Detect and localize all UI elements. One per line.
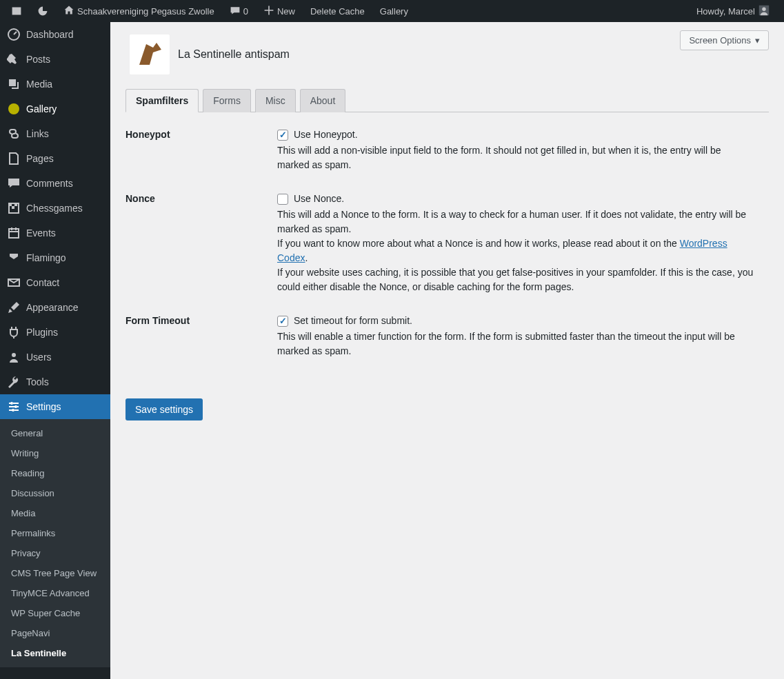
plus-icon bbox=[263, 5, 274, 18]
wrench-icon bbox=[7, 375, 21, 389]
svg-rect-5 bbox=[9, 203, 12, 206]
avatar-icon bbox=[758, 4, 770, 19]
home-icon bbox=[63, 5, 74, 18]
submenu-general[interactable]: General bbox=[0, 423, 110, 443]
calendar-icon bbox=[7, 226, 21, 240]
menu-events[interactable]: Events bbox=[0, 221, 110, 245]
menu-flamingo[interactable]: Flamingo bbox=[0, 245, 110, 270]
main-content: Screen Options ▾ La Sentinelle antispam … bbox=[110, 22, 784, 679]
menu-label: Users bbox=[26, 352, 52, 363]
comments-icon bbox=[230, 5, 241, 18]
svg-rect-8 bbox=[9, 229, 19, 238]
menu-label: Flamingo bbox=[26, 252, 66, 263]
svg-point-1 bbox=[762, 7, 765, 10]
submenu-wp-super-cache[interactable]: WP Super Cache bbox=[0, 603, 110, 623]
timeout-checkbox[interactable] bbox=[277, 316, 288, 327]
svg-point-11 bbox=[10, 402, 13, 405]
svg-rect-6 bbox=[14, 203, 17, 206]
media-icon bbox=[7, 77, 21, 91]
settings-submenu: General Writing Reading Discussion Media… bbox=[0, 419, 110, 667]
menu-media[interactable]: Media bbox=[0, 72, 110, 97]
honeypot-checkbox-label: Use Honeypot. bbox=[294, 128, 358, 142]
menu-label: Contact bbox=[26, 277, 59, 288]
comment-icon bbox=[7, 176, 21, 190]
submenu-la-sentinelle[interactable]: La Sentinelle bbox=[0, 643, 110, 663]
menu-label: Media bbox=[26, 79, 52, 90]
new-content[interactable]: New bbox=[258, 5, 301, 18]
gallery-link[interactable]: Gallery bbox=[374, 6, 414, 17]
chevron-down-icon: ▾ bbox=[755, 35, 760, 45]
menu-chessgames[interactable]: Chessgames bbox=[0, 196, 110, 221]
plugin-logo bbox=[130, 34, 170, 74]
admin-sidebar: Dashboard Posts Media Gallery Links Page… bbox=[0, 22, 110, 679]
option-timeout: Form Timeout Set timeout for form submit… bbox=[125, 314, 769, 358]
honeypot-description: This will add a non-visible input field … bbox=[277, 143, 755, 172]
honeypot-checkbox[interactable] bbox=[277, 130, 288, 141]
link-icon bbox=[7, 127, 21, 141]
option-nonce: Nonce Use Nonce. This will add a Nonce t… bbox=[125, 192, 769, 294]
tab-forms[interactable]: Forms bbox=[203, 89, 251, 112]
menu-posts[interactable]: Posts bbox=[0, 47, 110, 72]
menu-label: Plugins bbox=[26, 327, 58, 338]
submenu-pagenavi[interactable]: PageNavi bbox=[0, 623, 110, 643]
submenu-writing[interactable]: Writing bbox=[0, 443, 110, 463]
menu-appearance[interactable]: Appearance bbox=[0, 295, 110, 320]
svg-point-13 bbox=[12, 409, 14, 412]
flamingo-icon bbox=[7, 251, 21, 265]
stats-icon[interactable] bbox=[32, 6, 54, 17]
screen-options-wrap: Screen Options ▾ bbox=[680, 30, 769, 50]
pin-icon bbox=[7, 52, 21, 66]
submenu-permalinks[interactable]: Permalinks bbox=[0, 523, 110, 543]
submenu-privacy[interactable]: Privacy bbox=[0, 543, 110, 563]
nonce-checkbox-label: Use Nonce. bbox=[294, 192, 344, 206]
menu-comments[interactable]: Comments bbox=[0, 171, 110, 196]
save-button[interactable]: Save settings bbox=[125, 398, 203, 420]
tab-spamfilters[interactable]: Spamfilters bbox=[125, 89, 199, 112]
delete-cache[interactable]: Delete Cache bbox=[305, 6, 370, 17]
menu-label: Chessgames bbox=[26, 203, 83, 214]
menu-label: Gallery bbox=[26, 103, 57, 114]
submenu-tinymce[interactable]: TinyMCE Advanced bbox=[0, 583, 110, 603]
comments-bubble[interactable]: 0 bbox=[224, 5, 254, 18]
nonce-desc2: If you want to know more about what a No… bbox=[277, 236, 755, 265]
menu-settings[interactable]: Settings bbox=[0, 394, 110, 419]
page-icon bbox=[7, 152, 21, 165]
menu-users[interactable]: Users bbox=[0, 345, 110, 369]
menu-label: Dashboard bbox=[26, 29, 74, 40]
options-form: Honeypot Use Honeypot. This will add a n… bbox=[125, 128, 769, 358]
svg-rect-7 bbox=[12, 206, 14, 209]
menu-dashboard[interactable]: Dashboard bbox=[0, 22, 110, 47]
screen-options-button[interactable]: Screen Options ▾ bbox=[680, 30, 769, 50]
timeout-description: This will enable a timer function for th… bbox=[277, 330, 755, 358]
menu-pages[interactable]: Pages bbox=[0, 146, 110, 171]
site-link[interactable]: Schaakvereniging Pegasus Zwolle bbox=[58, 5, 220, 18]
howdy-user[interactable]: Howdy, Marcel bbox=[691, 4, 776, 19]
submenu-reading[interactable]: Reading bbox=[0, 463, 110, 483]
menu-plugins[interactable]: Plugins bbox=[0, 320, 110, 345]
menu-links[interactable]: Links bbox=[0, 121, 110, 146]
menu-label: Links bbox=[26, 128, 49, 139]
page-header: La Sentinelle antispam bbox=[130, 34, 769, 74]
option-honeypot: Honeypot Use Honeypot. This will add a n… bbox=[125, 128, 769, 172]
tab-about[interactable]: About bbox=[300, 89, 346, 112]
tabs-nav: Spamfilters Forms Misc About bbox=[125, 88, 769, 112]
submenu-cms-tree[interactable]: CMS Tree Page View bbox=[0, 563, 110, 583]
menu-gallery[interactable]: Gallery bbox=[0, 97, 110, 121]
submenu-discussion[interactable]: Discussion bbox=[0, 483, 110, 503]
admin-toolbar: Schaakvereniging Pegasus Zwolle 0 New De… bbox=[0, 0, 784, 22]
tab-misc[interactable]: Misc bbox=[255, 89, 296, 112]
menu-tools[interactable]: Tools bbox=[0, 369, 110, 394]
menu-label: Posts bbox=[26, 54, 50, 65]
brush-icon bbox=[7, 301, 21, 314]
console-icon[interactable] bbox=[6, 6, 28, 17]
mail-icon bbox=[7, 276, 21, 290]
gallery-icon bbox=[7, 102, 21, 116]
menu-label: Tools bbox=[26, 376, 49, 387]
menu-contact[interactable]: Contact bbox=[0, 270, 110, 295]
nonce-label: Nonce bbox=[125, 192, 277, 204]
screen-options-label: Screen Options bbox=[689, 35, 751, 45]
timeout-checkbox-label: Set timeout for form submit. bbox=[294, 314, 412, 328]
nonce-checkbox[interactable] bbox=[277, 194, 288, 205]
dashboard-icon bbox=[7, 28, 21, 41]
submenu-media[interactable]: Media bbox=[0, 503, 110, 523]
